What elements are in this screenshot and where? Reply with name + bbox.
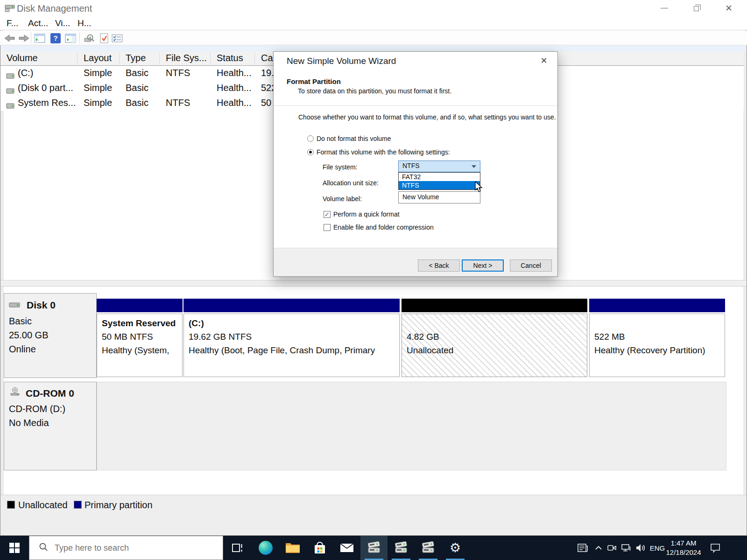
back-icon xyxy=(4,34,15,42)
pane-splitter[interactable] xyxy=(0,280,747,287)
tray-expand-button[interactable] xyxy=(592,536,605,560)
partition-title: System Reserved xyxy=(102,316,180,330)
cdrom-0-panel[interactable]: CD-ROM 0 CD-ROM (D:) No Media xyxy=(4,382,97,470)
check-document-icon xyxy=(99,33,109,43)
quick-format-checkbox[interactable]: ✓ xyxy=(324,211,331,218)
menu-help[interactable]: H... xyxy=(78,18,92,28)
network-button[interactable] xyxy=(619,536,633,560)
clock-time: 1:47 AM xyxy=(665,539,702,548)
quick-format-label[interactable]: Perform a quick format xyxy=(333,210,400,218)
file-system-value: NTFS xyxy=(402,162,420,169)
help-button[interactable]: ? xyxy=(49,32,62,44)
back-button[interactable] xyxy=(4,32,16,44)
action-pane-icon xyxy=(65,34,76,43)
back-button[interactable]: < Back xyxy=(418,259,460,272)
radio-format-volume[interactable] xyxy=(307,149,314,155)
column-header-type[interactable]: Type xyxy=(120,53,160,64)
disk-0-size: 25.00 GB xyxy=(9,328,49,342)
news-widget-button[interactable] xyxy=(573,536,592,560)
partition-unallocated[interactable]: 4.82 GB Unallocated xyxy=(402,299,587,377)
search-input[interactable] xyxy=(55,543,209,553)
partition-recovery[interactable]: 522 MB Healthy (Recovery Partition) xyxy=(589,299,725,377)
file-explorer-button[interactable] xyxy=(279,536,306,560)
action-center-button[interactable] xyxy=(705,536,726,560)
disk-management-task-button-active[interactable] xyxy=(360,536,388,560)
mail-button[interactable] xyxy=(333,536,360,560)
close-icon: ✕ xyxy=(725,3,733,14)
edge-button[interactable] xyxy=(252,536,279,560)
forward-icon xyxy=(18,34,29,42)
dropdown-option-fat32[interactable]: FAT32 xyxy=(399,173,480,181)
disk-management-icon xyxy=(421,541,435,554)
volume-label-value: New Volume xyxy=(402,193,439,201)
partition-system-reserved[interactable]: System Reserved 50 MB NTFS Healthy (Syst… xyxy=(97,299,183,377)
cell-status: Health... xyxy=(211,98,255,108)
show-console-tree-button[interactable] xyxy=(34,32,46,44)
disk-0-panel[interactable]: Disk 0 Basic 25.00 GB Online xyxy=(4,293,97,378)
partition-status: Healthy (System, xyxy=(102,343,180,357)
start-button[interactable] xyxy=(0,536,29,560)
cdrom-media-status: No Media xyxy=(9,416,65,430)
partition-status: Unallocated xyxy=(407,343,585,357)
disk-management-task-button-3[interactable] xyxy=(415,536,442,560)
partition-title xyxy=(407,316,585,330)
cell-type: Basic xyxy=(120,98,160,108)
disk-0-status: Online xyxy=(9,342,49,356)
column-header-filesystem[interactable]: File Sys... xyxy=(160,53,211,64)
close-icon: ✕ xyxy=(540,56,547,65)
file-system-dropdown-list: FAT32 NTFS xyxy=(398,172,480,190)
menu-view[interactable]: Vi... xyxy=(55,18,70,28)
column-header-status[interactable]: Status xyxy=(211,53,255,64)
file-system-label: File system: xyxy=(323,163,358,171)
network-icon xyxy=(621,543,631,553)
restore-button[interactable] xyxy=(685,0,707,16)
disk-management-icon xyxy=(367,541,381,554)
task-view-button[interactable] xyxy=(223,536,252,560)
radio-do-not-format[interactable] xyxy=(307,135,314,142)
compression-label[interactable]: Enable file and folder compression xyxy=(333,224,434,231)
compression-checkbox[interactable] xyxy=(324,224,331,231)
partition-title: (C:) xyxy=(189,316,397,330)
disk-management-task-button-2[interactable] xyxy=(388,536,415,560)
close-button[interactable]: ✕ xyxy=(718,0,740,16)
cell-filesystem: NTFS xyxy=(160,98,211,108)
language-code: ENG xyxy=(650,544,665,552)
menu-file[interactable]: F... xyxy=(7,18,18,28)
dropdown-option-ntfs[interactable]: NTFS xyxy=(399,181,480,189)
cancel-button[interactable]: Cancel xyxy=(510,259,552,272)
restore-icon xyxy=(694,6,699,11)
volume-label-input[interactable]: New Volume xyxy=(398,191,480,203)
disk-management-app-icon xyxy=(5,4,15,14)
store-button[interactable] xyxy=(306,536,333,560)
task-view-icon xyxy=(232,542,244,554)
mail-icon xyxy=(340,543,354,553)
meet-now-button[interactable] xyxy=(605,536,619,560)
show-action-pane-button[interactable] xyxy=(64,32,77,44)
dialog-close-button[interactable]: ✕ xyxy=(537,56,551,68)
properties-list-button[interactable] xyxy=(111,32,123,44)
clock[interactable]: 1:47 AM 12/18/2024 xyxy=(665,539,702,557)
partition-c[interactable]: (C:) 19.62 GB NTFS Healthy (Boot, Page F… xyxy=(183,299,400,377)
rescan-disks-button[interactable] xyxy=(83,32,95,44)
legend-strip: Unallocated Primary partition xyxy=(0,495,747,535)
taskbar-search[interactable] xyxy=(29,536,223,560)
partition-color-bar xyxy=(402,299,587,312)
column-header-volume[interactable]: Volume xyxy=(0,53,78,64)
windows-logo-icon xyxy=(9,543,20,553)
settings-task-button[interactable]: ⚙ xyxy=(442,536,469,560)
forward-button[interactable] xyxy=(18,32,30,44)
next-button[interactable]: Next > xyxy=(462,259,504,272)
minimize-button[interactable] xyxy=(654,0,675,16)
disk-0-name: Disk 0 xyxy=(27,300,56,311)
menu-action[interactable]: Act... xyxy=(28,18,48,28)
radio-do-not-format-label[interactable]: Do not format this volume xyxy=(317,135,391,142)
check-document-button[interactable] xyxy=(98,32,110,44)
cell-type: Basic xyxy=(120,68,160,78)
radio-format-volume-label[interactable]: Format this volume with the following se… xyxy=(317,148,450,156)
language-indicator[interactable]: ENG xyxy=(648,536,667,560)
file-system-combobox[interactable]: NTFS xyxy=(398,161,480,172)
partition-status: Healthy (Boot, Page File, Crash Dump, Pr… xyxy=(189,343,397,357)
legend-primary-swatch xyxy=(74,501,82,509)
volume-button[interactable] xyxy=(633,536,648,560)
column-header-layout[interactable]: Layout xyxy=(78,53,120,64)
